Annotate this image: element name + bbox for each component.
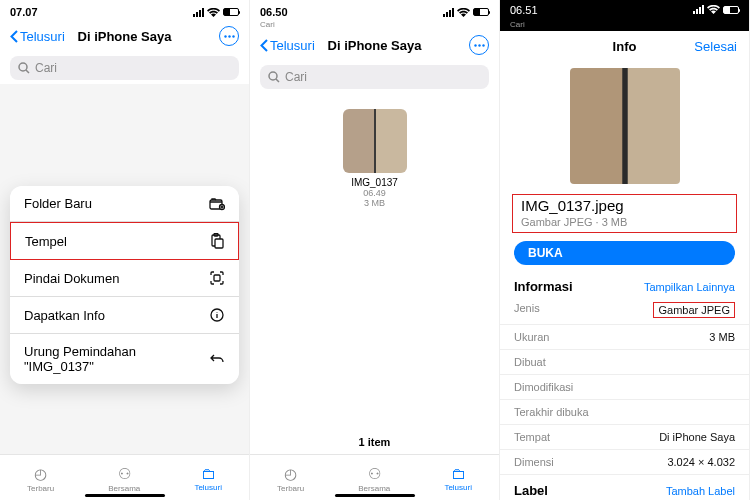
chevron-left-icon xyxy=(10,30,18,43)
signal-icon xyxy=(193,8,204,17)
status-indicators xyxy=(443,8,489,17)
menu-label: Urung Pemindahan "IMG_0137" xyxy=(24,344,184,374)
wifi-icon xyxy=(207,8,220,17)
menu-item-paste[interactable]: Tempel xyxy=(10,222,239,260)
tab-recent[interactable]: ◴Terbaru xyxy=(277,465,304,493)
row-value: 3 MB xyxy=(709,331,735,343)
row-key: Tempat xyxy=(514,431,550,443)
status-indicators xyxy=(193,8,239,17)
search-input[interactable]: Cari xyxy=(10,56,239,80)
section-title: Informasi xyxy=(514,279,573,294)
svg-point-11 xyxy=(474,44,476,46)
scan-icon xyxy=(209,270,225,286)
clock-icon: ◴ xyxy=(34,465,47,483)
row-value: 3.024 × 4.032 xyxy=(667,456,735,468)
ellipsis-icon xyxy=(474,44,485,47)
more-button[interactable] xyxy=(469,35,489,55)
screen-file-grid: 06.50 Cari Telusuri Di iPhone Saya Cari … xyxy=(250,0,500,500)
add-label-link[interactable]: Tambah Label xyxy=(666,485,735,497)
label-section-header: Label Tambah Label xyxy=(500,475,749,500)
undo-icon xyxy=(209,352,225,366)
menu-item-info[interactable]: Dapatkan Info xyxy=(10,297,239,334)
folder-plus-icon xyxy=(209,197,225,211)
filename: IMG_0137.jpeg xyxy=(513,197,736,214)
shared-icon: ⚇ xyxy=(118,465,131,483)
tab-recent[interactable]: ◴Terbaru xyxy=(27,465,54,493)
row-key: Dibuat xyxy=(514,356,546,368)
home-indicator[interactable] xyxy=(335,494,415,497)
filetype-sub: Gambar JPEG · 3 MB xyxy=(513,214,736,232)
file-size: 3 MB xyxy=(330,198,420,208)
status-indicators xyxy=(693,5,739,14)
menu-item-new-folder[interactable]: Folder Baru xyxy=(10,186,239,222)
info-section-header: Informasi Tampilkan Lainnya xyxy=(500,271,749,296)
search-icon xyxy=(268,71,280,83)
menu-item-scan[interactable]: Pindai Dokumen xyxy=(10,260,239,297)
filename-highlight-box: IMG_0137.jpeg Gambar JPEG · 3 MB xyxy=(512,194,737,233)
tab-label: Terbaru xyxy=(277,484,304,493)
info-row-size: Ukuran3 MB xyxy=(500,325,749,350)
info-row-dimensions: Dimensi3.024 × 4.032 xyxy=(500,450,749,475)
info-title: Info xyxy=(613,39,637,54)
svg-rect-8 xyxy=(215,239,223,248)
svg-point-13 xyxy=(482,44,484,46)
image-preview[interactable] xyxy=(570,68,680,184)
status-subtext: Cari xyxy=(250,20,499,29)
done-button[interactable]: Selesai xyxy=(694,39,737,54)
tab-shared[interactable]: ⚇Bersama xyxy=(358,465,390,493)
chevron-left-icon xyxy=(260,39,268,52)
status-time: 07.07 xyxy=(10,6,38,18)
more-button[interactable] xyxy=(219,26,239,46)
tab-browse[interactable]: 🗀Telusuri xyxy=(444,465,472,492)
svg-point-1 xyxy=(228,35,230,37)
shared-icon: ⚇ xyxy=(368,465,381,483)
ellipsis-icon xyxy=(224,35,235,38)
tab-label: Terbaru xyxy=(27,484,54,493)
row-key: Terakhir dibuka xyxy=(514,406,589,418)
search-placeholder: Cari xyxy=(35,61,57,75)
svg-point-0 xyxy=(224,35,226,37)
page-title: Di iPhone Saya xyxy=(328,38,422,53)
label-title: Label xyxy=(514,483,548,498)
svg-point-2 xyxy=(232,35,234,37)
menu-label: Pindai Dokumen xyxy=(24,271,119,286)
back-button[interactable]: Telusuri xyxy=(10,29,65,44)
file-name: IMG_0137 xyxy=(330,177,420,188)
info-header: Info Selesai xyxy=(500,31,749,62)
tab-label: Telusuri xyxy=(444,483,472,492)
screen-info: 06.51 Cari Info Selesai IMG_0137.jpeg Ga… xyxy=(500,0,750,500)
back-button[interactable]: Telusuri xyxy=(260,38,315,53)
tab-label: Telusuri xyxy=(194,483,222,492)
tab-label: Bersama xyxy=(358,484,390,493)
file-item[interactable]: IMG_0137 06.49 3 MB xyxy=(330,109,420,208)
row-key: Dimodifikasi xyxy=(514,381,573,393)
nav-bar: Telusuri Di iPhone Saya xyxy=(250,29,499,61)
nav-bar: Telusuri Di iPhone Saya xyxy=(0,20,249,52)
menu-label: Folder Baru xyxy=(24,196,92,211)
clock-icon: ◴ xyxy=(284,465,297,483)
tab-label: Bersama xyxy=(108,484,140,493)
search-placeholder: Cari xyxy=(285,70,307,84)
info-row-where: TempatDi iPhone Saya xyxy=(500,425,749,450)
status-bar: 07.07 xyxy=(0,0,249,20)
status-subtext: Cari xyxy=(500,20,749,31)
menu-item-undo[interactable]: Urung Pemindahan "IMG_0137" xyxy=(10,334,239,384)
svg-rect-9 xyxy=(214,275,220,281)
open-button[interactable]: BUKA xyxy=(514,241,735,265)
tab-shared[interactable]: ⚇Bersama xyxy=(108,465,140,493)
status-time: 06.51 xyxy=(510,4,538,16)
row-key: Jenis xyxy=(514,302,540,318)
row-value: Gambar JPEG xyxy=(653,302,735,318)
home-indicator[interactable] xyxy=(85,494,165,497)
svg-point-14 xyxy=(269,72,277,80)
content-area: Folder Baru Tempel Pindai Dokumen Dapatk… xyxy=(0,84,249,454)
search-input[interactable]: Cari xyxy=(260,65,489,89)
item-count: 1 item xyxy=(250,430,499,454)
clipboard-icon xyxy=(210,233,224,249)
tab-browse[interactable]: 🗀Telusuri xyxy=(194,465,222,492)
show-more-link[interactable]: Tampilkan Lainnya xyxy=(644,281,735,293)
info-row-modified: Dimodifikasi xyxy=(500,375,749,400)
info-row-kind: JenisGambar JPEG xyxy=(500,296,749,325)
status-bar: 06.50 xyxy=(250,0,499,20)
page-title: Di iPhone Saya xyxy=(78,29,172,44)
